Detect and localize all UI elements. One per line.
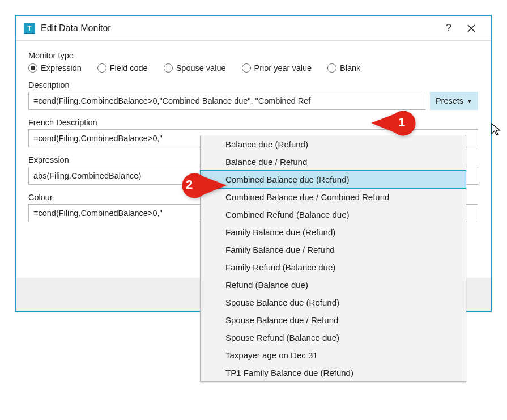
window-title: Edit Data Monitor [41,23,437,33]
radio-field-code[interactable]: Field code [97,63,148,73]
preset-item[interactable]: Family Balance due / Refund [201,241,466,258]
description-input[interactable]: =cond(Filing.CombinedBalance>0,"Combined… [28,92,425,110]
preset-item[interactable]: Spouse Refund (Balance due) [201,329,466,346]
radio-label: Expression [41,63,82,73]
radio-label: Blank [340,63,360,73]
french-description-label: French Description [28,118,478,127]
preset-item[interactable]: Combined Balance due / Combined Refund [201,188,466,206]
preset-item[interactable]: Spouse Balance due (Refund) [201,294,466,311]
radio-expression[interactable]: Expression [28,63,82,73]
help-button[interactable]: ? [437,19,460,37]
close-button[interactable] [460,19,483,37]
close-icon [467,24,476,33]
radio-spouse-value[interactable]: Spouse value [164,63,226,73]
presets-button[interactable]: Presets ▼ [430,92,478,110]
preset-item[interactable]: Balance due / Refund [201,153,466,171]
preset-item[interactable]: Taxpayer age on Dec 31 [201,346,466,364]
preset-item[interactable]: Refund (Balance due) [201,276,466,294]
chevron-down-icon: ▼ [467,98,472,104]
radio-prior-year-value[interactable]: Prior year value [242,63,312,73]
radio-label: Field code [110,63,148,73]
description-label: Description [28,80,478,90]
preset-item[interactable]: Family Refund (Balance due) [201,258,466,276]
preset-item[interactable]: Balance due (Refund) [201,135,466,153]
monitor-type-radios: Expression Field code Spouse value Prior… [28,63,478,73]
preset-item[interactable]: Spouse Balance due / Refund [201,311,466,329]
preset-item[interactable]: Family Balance due (Refund) [201,223,466,241]
titlebar: T Edit Data Monitor ? [16,16,491,41]
radio-blank[interactable]: Blank [327,63,360,73]
monitor-type-label: Monitor type [28,51,478,60]
presets-label: Presets [436,96,463,105]
mouse-cursor-icon [490,122,501,139]
preset-item[interactable]: Combined Balance due (Refund) [200,170,466,189]
radio-label: Prior year value [254,63,312,73]
preset-item[interactable]: Combined Refund (Balance due) [201,206,466,223]
radio-label: Spouse value [176,63,226,73]
preset-item[interactable]: TP1 Family Balance due (Refund) [201,364,466,381]
app-icon: T [24,23,35,34]
presets-dropdown: Balance due (Refund) Balance due / Refun… [200,135,466,382]
